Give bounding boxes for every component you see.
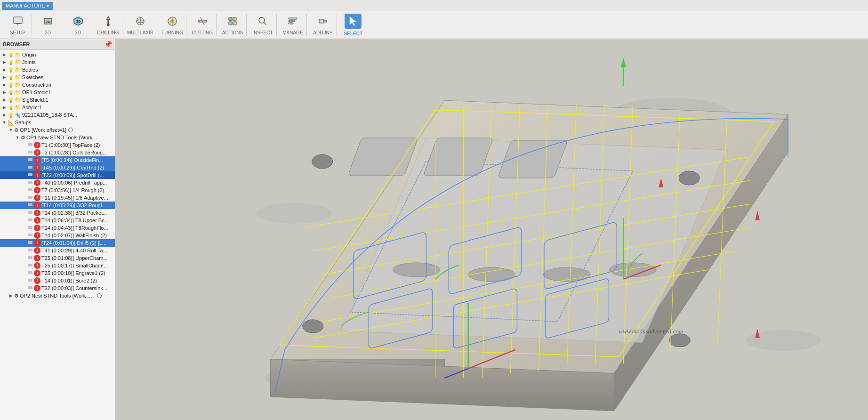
expand-btn-acrylic[interactable]: ▶	[1, 104, 8, 111]
tree-item-t40[interactable]: !T40 (0:00:06) Predrill Tapp...	[0, 179, 115, 186]
tree-item-op1new[interactable]: ▼⚙OP1 New STND Tools [Work of...	[0, 134, 115, 141]
visibility-icon-joints[interactable]: 💡	[8, 59, 14, 65]
tree-item-t22b[interactable]: !T22 (0:00:03)] Countersink...	[0, 284, 115, 292]
tree-item-bodies[interactable]: ▶💡📁Bodies	[0, 66, 115, 73]
expand-btn-t45[interactable]	[21, 164, 27, 171]
type-icon-bodies: 📁	[15, 67, 21, 73]
actions-button[interactable]	[224, 15, 241, 28]
tree-item-construction[interactable]: ▶💡📁Construction	[0, 81, 115, 89]
tree-item-t1[interactable]: !T1 (0:00:30)] TopFace (2)	[0, 141, 115, 149]
expand-btn-sigshield[interactable]: ▶	[1, 97, 8, 103]
svg-rect-44	[28, 241, 32, 244]
tree-item-t3[interactable]: !T3 (0:00:28)] OutsideRoug...	[0, 149, 115, 156]
svg-rect-46	[28, 256, 32, 259]
3d-button[interactable]: 3D	[70, 15, 87, 28]
tree-item-setups[interactable]: ▼📐Setups	[0, 119, 115, 126]
tree-item-acrylic[interactable]: ▶💡📁Acrylic:1	[0, 104, 115, 111]
tree-item-t14e[interactable]: !T14 (0:02:07)] WallFinish (2)	[0, 232, 115, 239]
tree-item-t22a[interactable]: ![T22 (0:00:09)] SpotDrill (...	[0, 171, 115, 179]
expand-btn-t25b[interactable]	[21, 262, 27, 269]
tree-item-t7[interactable]: !T7 (0:03:56)] 1/4 Rough (2)	[0, 186, 115, 194]
tree-item-t14f[interactable]: !T14 (0:00:01)] Bore2 (2)	[0, 277, 115, 284]
visibility-icon-origin[interactable]: 💡	[8, 51, 14, 58]
expand-btn-t11[interactable]	[21, 194, 27, 201]
tree-item-op1[interactable]: ▼⚙OP1 [Work offset=1]	[0, 126, 115, 134]
expand-btn-joints[interactable]: ▶	[1, 59, 8, 65]
tree-item-sigshield[interactable]: ▶💡📁SigShield:1	[0, 96, 115, 104]
tree-item-t14a[interactable]: ![T14 (0:05:29)] 3/32 Rougl...	[0, 202, 115, 209]
tree-item-t14c[interactable]: !T14 (0:06:34)] T8 Upper Bc...	[0, 217, 115, 224]
type-icon-setups: 📐	[8, 120, 14, 126]
tree-item-t25c[interactable]: !T25 (0:00:10)] Engrave1 (2)	[0, 269, 115, 277]
tree-item-t25a[interactable]: !T25 (0:01:08)] UpperCham...	[0, 254, 115, 262]
browser-content[interactable]: ▶💡📁Origin▶💡📁Joints▶💡📁Bodies▶💡📁Sketches▶💡…	[0, 50, 115, 420]
tree-item-t24[interactable]: ![T24 (0:01:04)] Drill5 (2) [L...	[0, 239, 115, 247]
visibility-icon-construction[interactable]: 💡	[8, 81, 14, 88]
tree-item-op1stock[interactable]: ▶💡📁OP1 Stock:1	[0, 89, 115, 96]
expand-btn-bodies[interactable]: ▶	[1, 66, 8, 73]
expand-btn-t14b[interactable]	[21, 210, 27, 216]
inspect-button[interactable]	[254, 15, 271, 28]
visibility-icon-part[interactable]: 💡	[8, 112, 14, 118]
expand-btn-setups[interactable]: ▼	[1, 119, 8, 126]
type-icon-op1: ⚙	[14, 127, 19, 133]
expand-btn-t25c[interactable]	[21, 270, 27, 276]
expand-btn-construction[interactable]: ▶	[1, 81, 8, 88]
tree-item-t11[interactable]: !T11 (0:19:45)] 1/8 Adaptive...	[0, 194, 115, 202]
tree-item-t45[interactable]: ![T45 (0:00:29)] CrnrRnd (2)	[0, 164, 115, 171]
expand-btn-t14f[interactable]	[21, 277, 27, 284]
expand-btn-op2[interactable]: ▶	[8, 292, 14, 299]
expand-btn-t22b[interactable]	[21, 285, 27, 291]
tree-item-t5[interactable]: ![T5 (0:00:24)] OutsideFin...	[0, 156, 115, 164]
menu-manufacture[interactable]: MANUFACTURE ▾	[2, 2, 53, 10]
expand-btn-t22a[interactable]	[21, 172, 27, 178]
expand-btn-op1stock[interactable]: ▶	[1, 89, 8, 96]
expand-btn-t14a[interactable]	[21, 202, 27, 209]
expand-btn-t41[interactable]	[21, 247, 27, 254]
expand-btn-op1[interactable]: ▼	[8, 127, 14, 133]
visibility-icon-acrylic[interactable]: 💡	[8, 104, 14, 111]
expand-btn-t5[interactable]	[21, 157, 27, 163]
tree-item-sketches[interactable]: ▶💡📁Sketches	[0, 73, 115, 81]
tree-item-t14b[interactable]: !T14 (0:02:38)] 3/32 Pocket...	[0, 209, 115, 217]
expand-btn-part[interactable]: ▶	[1, 112, 8, 118]
expand-btn-t14e[interactable]	[21, 232, 27, 239]
setup-button[interactable]	[9, 15, 26, 28]
expand-btn-t40[interactable]	[21, 179, 27, 186]
tree-item-t41[interactable]: !T41 (0:00:29)] 4-40 Roll Ta...	[0, 247, 115, 254]
svg-text:2D: 2D	[46, 20, 50, 24]
expand-btn-t3[interactable]	[21, 149, 27, 156]
expand-btn-t24[interactable]	[21, 240, 27, 246]
addins-button[interactable]	[314, 15, 331, 28]
visibility-icon-op1stock[interactable]: 💡	[8, 89, 14, 96]
tree-item-t14d[interactable]: !T14 (0:04:43)] T8RoughFlo...	[0, 224, 115, 232]
expand-btn-t14c[interactable]	[21, 217, 27, 224]
tree-item-op2[interactable]: ▶⚙OP2 New STND Tools [Work ot...	[0, 292, 115, 299]
select-button[interactable]	[345, 14, 362, 29]
tree-item-origin[interactable]: ▶💡📁Origin	[0, 51, 115, 58]
visibility-icon-bodies[interactable]: 💡	[8, 66, 14, 73]
type-icon-t25a	[27, 255, 33, 261]
tree-item-part[interactable]: ▶💡🔩92210A105_18-8 STA...	[0, 111, 115, 119]
tree-item-t25b[interactable]: !T25 (0:00:17)] SmallChamf...	[0, 262, 115, 269]
expand-btn-origin[interactable]: ▶	[1, 51, 8, 58]
tree-item-joints[interactable]: ▶💡📁Joints	[0, 58, 115, 66]
drilling-button[interactable]	[100, 15, 117, 28]
expand-btn-t7[interactable]	[21, 187, 27, 194]
visibility-icon-sketches[interactable]: 💡	[8, 74, 14, 81]
browser-pin-icon[interactable]: 📌	[104, 40, 112, 48]
visibility-icon-sigshield[interactable]: 💡	[8, 97, 14, 103]
item-label-t5: [T5 (0:00:24)] OutsideFin...	[41, 157, 103, 163]
2d-button[interactable]: 2D	[40, 15, 56, 28]
expand-btn-t25a[interactable]	[21, 255, 27, 261]
cutting-button[interactable]	[194, 15, 211, 28]
expand-btn-t14d[interactable]	[21, 225, 27, 231]
turning-button[interactable]	[164, 15, 181, 28]
manage-button[interactable]	[284, 15, 301, 28]
item-label-bodies: Bodies	[22, 67, 38, 73]
expand-btn-t1[interactable]	[21, 142, 27, 148]
multiaxis-button[interactable]	[132, 15, 149, 28]
expand-btn-op1new[interactable]: ▼	[14, 134, 21, 141]
viewport[interactable]: TOP FRONT RIGHT PRO www.modusadvanced.co…	[115, 39, 868, 420]
expand-btn-sketches[interactable]: ▶	[1, 74, 8, 81]
